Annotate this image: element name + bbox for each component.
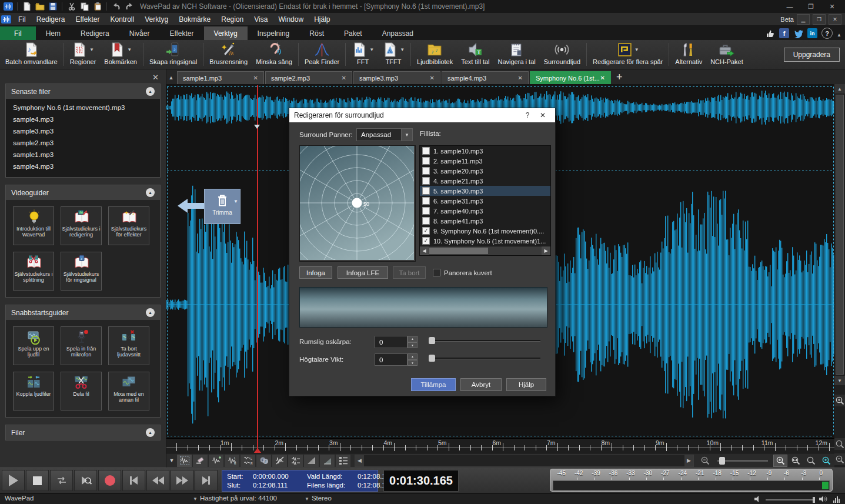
menu-window[interactable]: Window — [273, 14, 309, 25]
brusrensning-button[interactable]: Brusrensning — [205, 40, 252, 69]
spin-down-icon[interactable]: ▼ — [408, 342, 418, 349]
guide-tile-dela-fil[interactable]: Dela fil — [61, 372, 102, 410]
chevron-up-icon[interactable]: ▲ — [166, 73, 176, 82]
collapse-panel-icon[interactable]: ▲ — [146, 188, 155, 197]
scroll-down-icon[interactable]: ▼ — [834, 376, 845, 385]
recent-file-item[interactable]: sample4.mp3 — [6, 114, 160, 125]
ribbon-tab-fil[interactable]: Fil — [0, 26, 36, 40]
file-list-item[interactable]: 1. sample10.mp3 — [420, 146, 550, 156]
scroll-left-icon[interactable]: ◀ — [355, 455, 364, 466]
speaker-weight-slider[interactable] — [429, 354, 540, 362]
volume-icon[interactable] — [754, 495, 762, 503]
chevron-down-icon[interactable]: ▼ — [89, 47, 94, 52]
navigera-i-tal-button[interactable]: Navigera i tal — [494, 40, 540, 69]
apply-button[interactable]: Tillämpa — [411, 378, 456, 391]
zoom-fit-icon[interactable] — [789, 455, 803, 467]
vertical-scrollbar[interactable]: ▲ ▼ — [834, 84, 845, 468]
file-list-item[interactable]: 3. sample20.mp3 — [420, 166, 550, 176]
paste-icon[interactable] — [92, 1, 103, 12]
zoom-project-icon[interactable] — [819, 455, 833, 467]
eraser-tool-icon[interactable] — [193, 455, 208, 467]
copy-icon[interactable] — [79, 1, 90, 12]
close-tab-icon[interactable]: ✕ — [600, 75, 605, 81]
fade-in-tool-icon[interactable] — [304, 455, 319, 467]
record-button[interactable] — [98, 470, 121, 491]
redigerare-f-r-flera-sp-r-button[interactable]: ▼Redigerare för flera spår — [589, 40, 667, 69]
playhead-cursor[interactable] — [257, 85, 258, 453]
vertical-zoom-fit-icon[interactable] — [834, 453, 845, 465]
checkbox-icon[interactable] — [422, 177, 430, 185]
insert-button[interactable]: Infoga — [299, 266, 332, 279]
recent-file-item[interactable]: sample1.mp3 — [6, 149, 160, 161]
vertical-zoom-in-icon[interactable] — [834, 395, 845, 406]
maximize-icon[interactable]: ❐ — [800, 1, 821, 12]
cut-icon[interactable] — [66, 1, 77, 12]
recent-file-item[interactable]: sample2.mp3 — [6, 137, 160, 149]
chevron-down-icon[interactable]: ▼ — [369, 47, 374, 52]
zoom-slider[interactable] — [717, 460, 768, 462]
guide-tile-sj-lvstudiekurs-i-redigering[interactable]: Självstudiekurs i redigering — [61, 206, 102, 245]
spatial-blur-slider[interactable] — [429, 336, 540, 345]
zoom-out-icon[interactable] — [698, 455, 712, 467]
twitter-icon[interactable] — [793, 28, 803, 38]
guide-tile-spela-upp-en-ljudfil[interactable]: Spela upp en ljudfil — [13, 326, 54, 365]
menu-hj-lp[interactable]: Hjälp — [309, 14, 335, 25]
doc-tab-sample1-mp3[interactable]: sample1.mp3✕ — [177, 71, 264, 84]
duplicate-tool-icon[interactable] — [288, 455, 303, 467]
volume-slider[interactable] — [766, 499, 815, 500]
batch-omvandlare-button[interactable]: ♪Batch omvandlare — [1, 40, 62, 69]
slider-thumb[interactable] — [719, 457, 725, 465]
fft-button[interactable]: ▼FFT — [348, 40, 378, 69]
recent-file-item[interactable]: sample4.mp3 — [6, 161, 160, 172]
chevron-up-icon[interactable]: ▲ — [837, 28, 841, 39]
zoom-region-icon[interactable] — [804, 455, 818, 467]
file-list-item[interactable]: 8. sample41.mp3 — [420, 216, 550, 226]
pan-envelope-display[interactable] — [299, 287, 547, 328]
skapa-ringsignal-button[interactable]: ♪Skapa ringsignal — [145, 40, 201, 69]
regioner-button[interactable]: ▼Regioner — [66, 40, 101, 69]
recent-files-header[interactable]: Senaste filer ▲ — [6, 84, 160, 99]
guide-tile-mixa-med-en-annan-fil[interactable]: Mixa med en annan fil — [108, 372, 149, 410]
scroll-right-icon[interactable]: ▶ — [684, 455, 693, 466]
dialog-help-icon[interactable]: ? — [520, 109, 535, 121]
zoom-in-icon[interactable] — [773, 455, 787, 467]
surround-panner-select[interactable]: Anpassad ▼ — [356, 128, 413, 141]
menu-redigera[interactable]: Redigera — [31, 14, 71, 25]
scroll-left-icon[interactable]: ◀ — [420, 246, 429, 255]
like-icon[interactable] — [766, 29, 775, 38]
trim-tool-icon[interactable] — [272, 455, 287, 467]
file-list-item[interactable]: 2. sample11.mp3 — [420, 156, 550, 166]
menu-region[interactable]: Region — [216, 14, 249, 25]
guide-tile-koppla-ljudfiler[interactable]: Koppla ljudfiler — [13, 372, 54, 410]
scroll-up-icon[interactable]: ▲ — [834, 84, 845, 94]
menu-fil[interactable]: Fil — [13, 14, 31, 25]
upgrade-button[interactable]: Uppgradera — [784, 48, 840, 62]
tfft-button[interactable]: ▼TFFT — [378, 40, 409, 69]
scrub-button[interactable] — [74, 470, 97, 491]
file-list-item[interactable]: 4. sample21.mp3 — [420, 176, 550, 186]
checkbox-icon[interactable] — [422, 147, 430, 155]
surroundljud-button[interactable]: Surroundljud — [540, 40, 585, 69]
pan-lfe-tool-icon[interactable]: LF — [256, 455, 271, 467]
linkedin-icon[interactable]: in — [807, 28, 817, 38]
menu-bokm-rke[interactable]: Bokmärke — [173, 14, 216, 25]
rewind-button[interactable] — [146, 470, 169, 491]
checkbox-icon[interactable] — [422, 167, 430, 175]
ribbon-tab-paket[interactable]: Paket — [334, 26, 372, 40]
pan-envelope-checkbox[interactable] — [433, 269, 440, 276]
checkbox-checked-icon[interactable]: ✓ — [422, 227, 430, 235]
close-icon[interactable]: ✕ — [821, 1, 843, 12]
new-tab-button[interactable]: + — [616, 71, 623, 84]
spin-up-icon[interactable]: ▲ — [408, 336, 418, 342]
checkbox-icon[interactable] — [422, 207, 430, 215]
ribbon-tab-hem[interactable]: Hem — [36, 26, 71, 40]
sidebar-close-icon[interactable]: ✕ — [152, 73, 159, 82]
chevron-down-icon[interactable]: ▼ — [168, 455, 176, 466]
timeline-ruler[interactable]: 1m2m3m4m5m6m7m8m9m10m11m12m — [166, 438, 834, 453]
doc-tab-sample4-mp3[interactable]: sample4.mp3✕ — [442, 71, 529, 84]
bokm-rken-button[interactable]: ▼Bokmärken — [100, 40, 141, 69]
checkbox-icon[interactable] — [422, 217, 430, 225]
redo-icon[interactable] — [123, 1, 135, 12]
spatial-blur-input[interactable]: 0 — [375, 336, 408, 348]
channel-lr-tool-icon[interactable]: LR — [225, 455, 239, 467]
